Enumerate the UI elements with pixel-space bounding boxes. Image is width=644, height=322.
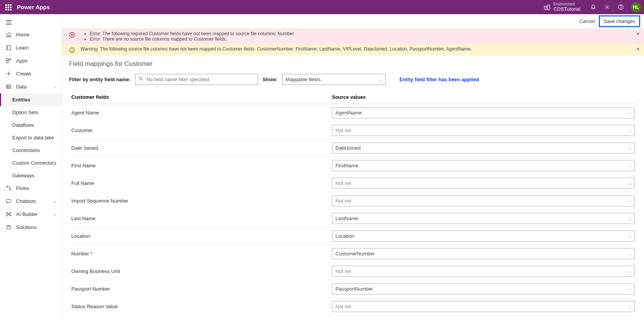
source-value-dropdown[interactable]: Not set⌄ — [332, 195, 635, 206]
filter-label: Filter by entity field name: — [69, 77, 131, 82]
ai-icon — [5, 211, 12, 217]
sidebar-item-solutions[interactable]: Solutions — [0, 221, 62, 234]
environment-name: CDSTutorial — [554, 7, 580, 12]
svg-point-19 — [9, 189, 11, 190]
sidebar-item-flows[interactable]: Flows — [0, 182, 62, 195]
chevron-down-icon: ⌄ — [628, 234, 631, 238]
sidebar-item-create[interactable]: Create — [0, 67, 62, 80]
sidebar-item-label: Home — [16, 32, 30, 38]
source-value-dropdown[interactable]: FirstName⌄ — [332, 160, 635, 171]
chat-icon — [5, 198, 12, 204]
sidebar-item-label: Connections — [12, 147, 40, 153]
source-value-dropdown[interactable]: AgentName⌄ — [332, 107, 635, 118]
source-value-dropdown[interactable]: PassportNumber⌄ — [332, 283, 635, 294]
field-name: Last Name — [71, 216, 332, 221]
source-value: CustomerNumber — [335, 251, 375, 257]
source-value: FirstName — [335, 163, 358, 168]
sidebar-item-entities[interactable]: Entities — [0, 93, 62, 106]
sidebar-item-label: Apps — [16, 58, 28, 64]
close-icon[interactable]: ✕ — [636, 31, 640, 37]
field-name: First Name — [71, 163, 332, 168]
chevron-down-icon: ⌄ — [628, 111, 631, 115]
chevron-down-icon: ⌄ — [379, 77, 382, 82]
sidebar-item-gateways[interactable]: Gateways — [0, 169, 62, 182]
sidebar-item-label: Flows — [16, 185, 29, 191]
chevron-down-icon: ⌄ — [53, 212, 56, 216]
sidebar-item-export-to-data-lake[interactable]: Export to data lake — [0, 131, 62, 144]
settings-icon[interactable] — [603, 4, 610, 11]
mapping-row: Owning Business UnitNot set⌄ — [69, 263, 637, 280]
book-icon — [5, 45, 12, 51]
show-dropdown[interactable]: Mappable fields ⌄ — [282, 74, 386, 85]
field-name: Owning Business Unit — [71, 268, 332, 274]
sidebar: HomeLearnAppsCreateData⌄EntitiesOption S… — [0, 14, 62, 322]
source-value: PassportNumber — [335, 286, 373, 292]
sidebar-item-learn[interactable]: Learn — [0, 41, 62, 54]
sidebar-item-apps[interactable]: Apps — [0, 54, 62, 67]
notifications-icon[interactable] — [590, 4, 596, 11]
sidebar-item-custom-connectors[interactable]: Custom Connectors — [0, 157, 62, 169]
sidebar-item-chatbots[interactable]: Chatbots⌄ — [0, 195, 62, 208]
mapping-row: Import Sequence NumberNot set⌄ — [69, 192, 637, 210]
sidebar-item-label: Gateways — [12, 173, 34, 178]
svg-rect-9 — [6, 59, 8, 60]
field-name: Number * — [71, 251, 332, 257]
sidebar-item-label: Export to data lake — [12, 135, 54, 141]
page-title: Field mappings for Customer — [69, 60, 637, 68]
warning-text: Warning: The following source file colum… — [80, 46, 472, 52]
warning-icon — [69, 47, 75, 53]
close-icon[interactable]: ✕ — [636, 46, 640, 52]
source-value-dropdown[interactable]: DateJoined⌄ — [332, 142, 635, 154]
source-value: Location — [335, 233, 354, 239]
source-value-dropdown[interactable]: Not set⌄ — [332, 125, 635, 136]
field-name-filter-input[interactable] — [135, 74, 258, 85]
plus-icon — [5, 71, 12, 77]
menu-toggle-icon[interactable] — [0, 16, 62, 28]
chevron-down-icon: ⌄ — [628, 163, 631, 168]
sidebar-item-data[interactable]: Data⌄ — [0, 80, 62, 93]
sidebar-item-dataflows[interactable]: Dataflows — [0, 119, 62, 131]
field-name: Status Reason Value — [71, 304, 332, 309]
save-changes-button[interactable]: Save changes — [599, 15, 640, 27]
sidebar-item-label: Solutions — [16, 224, 36, 230]
svg-rect-14 — [6, 85, 10, 88]
cancel-button[interactable]: Cancel — [575, 16, 598, 26]
environment-picker[interactable]: Environment CDSTutorial — [544, 2, 580, 12]
action-bar: Cancel Save changes — [62, 14, 644, 29]
help-icon[interactable] — [617, 4, 624, 11]
waffle-icon[interactable] — [5, 4, 12, 10]
source-value-dropdown[interactable]: Location⌄ — [332, 230, 635, 242]
error-item: Error: The following required Customer f… — [90, 31, 294, 36]
mapping-row: Passport NumberPassportNumber⌄ — [69, 280, 637, 298]
mapping-row: Full NameNot set⌄ — [69, 175, 637, 192]
sidebar-item-option-sets[interactable]: Option Sets — [0, 106, 62, 119]
chevron-down-icon: ⌄ — [628, 128, 631, 132]
source-value-dropdown[interactable]: Not set⌄ — [332, 301, 635, 312]
mapping-row: Date JoinedDateJoined⌄ — [69, 139, 637, 157]
source-value: Not set — [335, 304, 351, 309]
sidebar-item-connections[interactable]: Connections — [0, 144, 62, 157]
mapping-row: Status Reason ValueNot set⌄ — [69, 298, 637, 315]
flow-icon — [5, 185, 12, 191]
chevron-down-icon: ⌄ — [628, 304, 631, 309]
sidebar-item-ai-builder[interactable]: AI Builder⌄ — [0, 208, 62, 221]
environment-icon — [544, 4, 550, 11]
source-value-dropdown[interactable]: Not set⌄ — [332, 178, 635, 189]
source-value: Not set — [335, 268, 351, 274]
avatar[interactable]: HL — [631, 2, 641, 12]
source-value-dropdown[interactable]: LastName⌄ — [332, 213, 635, 224]
svg-rect-11 — [6, 61, 8, 63]
chevron-down-icon: ⌄ — [53, 85, 56, 89]
svg-line-28 — [7, 214, 8, 215]
chevron-down-icon: ⌄ — [53, 199, 56, 203]
svg-line-39 — [141, 79, 143, 80]
chevron-down-icon: ⌄ — [628, 181, 631, 185]
sidebar-item-home[interactable]: Home — [0, 28, 62, 41]
svg-rect-10 — [9, 59, 11, 60]
svg-rect-30 — [7, 226, 10, 229]
chevron-down-icon: ⌄ — [628, 199, 631, 203]
source-value-dropdown[interactable]: Not set⌄ — [332, 266, 635, 277]
field-name: Date Joined — [71, 145, 332, 151]
source-value-dropdown[interactable]: CustomerNumber⌄ — [332, 248, 635, 259]
filter-applied-note: Entity field filter has been applied — [399, 77, 479, 82]
